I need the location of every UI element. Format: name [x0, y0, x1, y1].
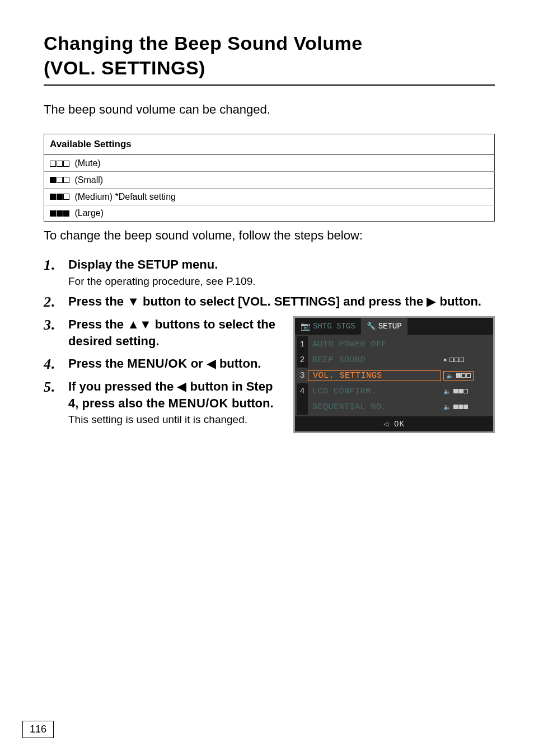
settings-header: Available Settings: [44, 134, 495, 155]
screenshot-row: 3VOL. SETTINGS🔈: [297, 368, 491, 383]
speaker-icon: 🔈: [446, 372, 454, 379]
page-title: Changing the Beep Sound Volume (VOL. SET…: [44, 31, 495, 86]
screenshot-row-label: LCD CONFIRM.: [308, 387, 441, 396]
up-down-triangle-icon: ▲▼: [127, 317, 152, 331]
volume-box-icon: [50, 194, 56, 200]
speaker-icon: 🔈: [443, 403, 451, 411]
speaker-icon: ✖: [443, 356, 447, 364]
screenshot-tab-setup: 🔧 SETUP: [361, 318, 407, 335]
title-line-1: Changing the Beep Sound Volume: [44, 32, 363, 54]
screenshot-footer: ◁ OK: [295, 416, 493, 431]
table-row: (Mute): [44, 155, 495, 172]
screenshot-row-number: 2: [297, 352, 308, 368]
left-triangle-icon: ◀: [207, 356, 216, 370]
step-head: Press the ▲▼ buttons to select the desir…: [68, 316, 282, 349]
step-number: 4.: [44, 355, 68, 373]
volume-box-icon: [50, 161, 56, 167]
step-sub: For the operating procedure, see P.109.: [68, 275, 495, 288]
setting-label: (Large): [72, 208, 104, 218]
wrench-icon: 🔧: [367, 322, 376, 331]
volume-box-icon: [57, 177, 63, 183]
screenshot-row-number: 1: [297, 336, 308, 352]
volume-box-icon: [63, 177, 69, 183]
setting-label: (Mute): [72, 158, 101, 168]
step-head: If you pressed the ◀ button in Step 4, p…: [68, 378, 282, 411]
step-number: 2.: [44, 293, 68, 311]
step-3: 3. Press the ▲▼ buttons to select the de…: [44, 316, 282, 349]
step-head: Press the ▼ button to select [VOL. SETTI…: [68, 293, 495, 310]
step-head: Display the SETUP menu.: [68, 256, 495, 273]
step-number: 3.: [44, 316, 68, 349]
steps-list: 1. Display the SETUP menu. For the opera…: [44, 256, 495, 433]
table-row: (Large): [44, 205, 495, 222]
title-line-2: (VOL. SETTINGS): [44, 57, 205, 78]
step-sub: This setting is used until it is changed…: [68, 414, 282, 426]
right-triangle-icon: ▶: [427, 294, 436, 308]
screenshot-row-number: [297, 399, 308, 415]
camera-screenshot: 📷 SHTG STGS 🔧 SETUP 1AUTO POWER OFF2BEEP…: [293, 316, 495, 433]
left-triangle-icon: ◀: [177, 379, 186, 393]
screenshot-row-number: 3: [297, 368, 308, 383]
step-1: 1. Display the SETUP menu. For the opera…: [44, 256, 495, 288]
down-triangle-icon: ▼: [127, 294, 139, 308]
screenshot-row: 4LCD CONFIRM.🔈: [297, 383, 491, 399]
volume-box-icon: [57, 194, 63, 200]
screenshot-row-value: 🔈: [441, 388, 491, 395]
step-number: 5.: [44, 378, 68, 426]
step-2: 2. Press the ▼ button to select [VOL. SE…: [44, 293, 495, 311]
intro-text: The beep sound volume can be changed.: [44, 102, 495, 117]
setting-label: (Small): [72, 175, 103, 185]
volume-box-icon: [50, 177, 56, 183]
screenshot-row-label: VOL. SETTINGS: [308, 370, 441, 381]
screenshot-row-label: AUTO POWER OFF: [308, 340, 441, 349]
step-5: 5. If you pressed the ◀ button in Step 4…: [44, 378, 282, 426]
settings-table: Available Settings (Mute) (Small) (Mediu…: [44, 134, 495, 222]
volume-box-icon: [50, 210, 56, 217]
camera-icon: 📷: [301, 322, 310, 331]
table-row: (Small): [44, 172, 495, 189]
setting-label: (Medium) *Default setting: [72, 192, 176, 201]
volume-box-icon: [63, 194, 69, 200]
screenshot-row-value: 🔈: [441, 371, 491, 381]
screenshot-row-number: 4: [297, 383, 308, 399]
volume-box-icon: [63, 161, 69, 167]
table-row: (Medium) *Default setting: [44, 188, 495, 205]
screenshot-row-value: 🔈: [441, 403, 491, 411]
screenshot-tab-shtg: 📷 SHTG STGS: [295, 318, 361, 335]
screenshot-row-label: BEEP SOUND: [308, 355, 441, 365]
screenshot-row: 1AUTO POWER OFF: [297, 336, 491, 352]
screenshot-row-value: ✖: [441, 356, 491, 364]
step-head: Press the MENU/OK or ◀ button.: [68, 355, 282, 372]
step-number: 1.: [44, 256, 68, 288]
volume-box-icon: [57, 161, 63, 167]
screenshot-row: 2BEEP SOUND✖: [297, 352, 491, 368]
step-4: 4. Press the MENU/OK or ◀ button.: [44, 355, 282, 373]
volume-box-icon: [57, 210, 63, 217]
page-number: 116: [22, 721, 54, 738]
screenshot-row-label: SEQUENTIAL NO.: [308, 402, 441, 412]
followup-text: To change the beep sound volume, follow …: [44, 228, 495, 243]
speaker-icon: 🔈: [443, 388, 451, 395]
screenshot-row: SEQUENTIAL NO.🔈: [297, 399, 491, 415]
volume-box-icon: [63, 210, 69, 217]
